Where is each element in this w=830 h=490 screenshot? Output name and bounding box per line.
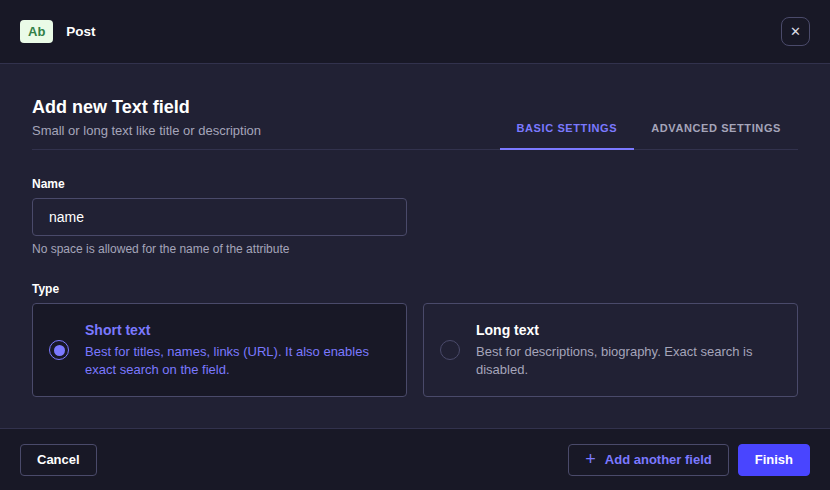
name-field-label: Name bbox=[32, 177, 798, 191]
add-another-field-button[interactable]: + Add another field bbox=[568, 444, 728, 476]
name-field-group: Name No space is allowed for the name of… bbox=[32, 177, 798, 256]
heading-block: Add new Text field Small or long text li… bbox=[32, 97, 261, 149]
type-options: Short text Best for titles, names, links… bbox=[32, 303, 798, 397]
plus-icon: + bbox=[585, 450, 596, 468]
page-subtitle: Small or long text like title or descrip… bbox=[32, 123, 261, 138]
option-title: Short text bbox=[85, 322, 386, 338]
cancel-button[interactable]: Cancel bbox=[20, 444, 97, 476]
type-field-group: Type Short text Best for titles, names, … bbox=[32, 282, 798, 397]
type-field-label: Type bbox=[32, 282, 798, 296]
option-text: Short text Best for titles, names, links… bbox=[85, 322, 390, 378]
option-text: Long text Best for descriptions, biograp… bbox=[476, 322, 781, 378]
page-title: Add new Text field bbox=[32, 97, 261, 118]
radio-dot bbox=[54, 345, 65, 356]
radio-selected-icon[interactable] bbox=[49, 340, 69, 360]
name-helper-text: No space is allowed for the name of the … bbox=[32, 242, 798, 256]
tab-advanced-settings[interactable]: ADVANCED SETTINGS bbox=[634, 122, 798, 149]
radio-unselected-icon[interactable] bbox=[440, 340, 460, 360]
modal-footer: Cancel + Add another field Finish bbox=[0, 428, 830, 490]
option-title: Long text bbox=[476, 322, 777, 338]
option-description: Best for titles, names, links (URL). It … bbox=[85, 343, 386, 378]
modal-header: Ab Post ✕ bbox=[0, 0, 830, 64]
option-long-text[interactable]: Long text Best for descriptions, biograp… bbox=[423, 303, 798, 397]
content-type-title: Post bbox=[66, 24, 95, 39]
modal-body: Add new Text field Small or long text li… bbox=[0, 64, 830, 397]
finish-button[interactable]: Finish bbox=[738, 444, 810, 476]
text-field-type-icon: Ab bbox=[20, 20, 53, 43]
title-row: Add new Text field Small or long text li… bbox=[32, 64, 798, 150]
option-description: Best for descriptions, biography. Exact … bbox=[476, 343, 777, 378]
option-short-text[interactable]: Short text Best for titles, names, links… bbox=[32, 303, 407, 397]
settings-tabs: BASIC SETTINGS ADVANCED SETTINGS bbox=[500, 122, 798, 149]
footer-actions: + Add another field Finish bbox=[568, 444, 810, 476]
close-icon: ✕ bbox=[790, 25, 801, 38]
name-input[interactable] bbox=[32, 198, 407, 236]
tab-basic-settings[interactable]: BASIC SETTINGS bbox=[500, 122, 635, 149]
add-another-field-label: Add another field bbox=[605, 452, 712, 467]
close-button[interactable]: ✕ bbox=[781, 17, 810, 46]
